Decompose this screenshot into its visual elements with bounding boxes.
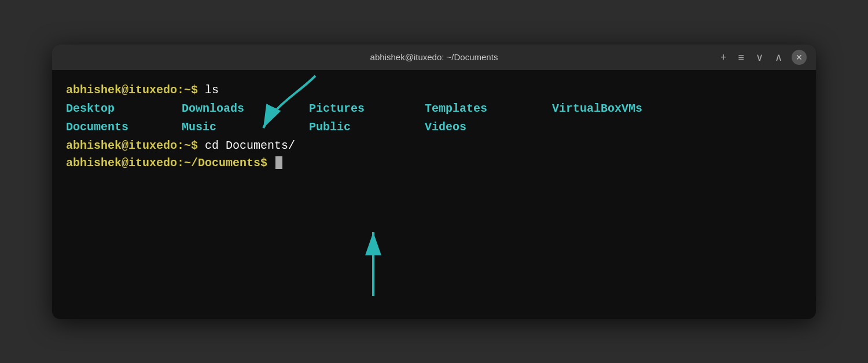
dir-public: Public <box>309 119 425 136</box>
scroll-down-button[interactable]: ∨ <box>753 51 766 64</box>
dir-desktop: Desktop <box>66 100 182 118</box>
titlebar: abhishek@ituxedo: ~/Documents + ≡ ∨ ∧ ✕ <box>52 45 816 70</box>
window-title: abhishek@ituxedo: ~/Documents <box>370 52 498 62</box>
terminal-line-4: abhishek@ituxedo:~/Documents$ <box>66 155 802 172</box>
prompt-3: abhishek@ituxedo:~$ <box>66 139 205 152</box>
prompt-1: abhishek@ituxedo:~$ <box>66 83 205 97</box>
prompt-4: abhishek@ituxedo:~/Documents$ <box>66 156 274 170</box>
titlebar-controls: + ≡ ∨ ∧ ✕ <box>718 50 807 65</box>
dir-empty <box>552 119 703 136</box>
dir-templates: Templates <box>425 100 552 118</box>
dir-music: Music <box>182 119 309 136</box>
dir-virtualboxvms: VirtualBoxVMs <box>552 100 703 118</box>
scroll-up-button[interactable]: ∧ <box>773 51 785 64</box>
dir-pictures: Pictures <box>309 100 425 118</box>
dir-downloads: Downloads <box>182 100 309 118</box>
terminal-body[interactable]: abhishek@ituxedo:~$ ls Desktop Downloads… <box>52 70 816 319</box>
new-tab-button[interactable]: + <box>718 51 729 64</box>
cursor <box>275 156 282 169</box>
dir-listing-row1: Desktop Downloads Pictures Templates Vir… <box>66 100 802 118</box>
terminal-line-3: abhishek@ituxedo:~$ cd Documents/ <box>66 137 802 155</box>
command-cd: cd Documents/ <box>205 139 295 152</box>
dir-listing-row2: Documents Music Public Videos <box>66 119 802 136</box>
menu-button[interactable]: ≡ <box>735 51 746 64</box>
close-button[interactable]: ✕ <box>792 50 807 65</box>
command-ls: ls <box>205 83 219 97</box>
dir-documents: Documents <box>66 119 182 136</box>
terminal-line-1: abhishek@ituxedo:~$ ls <box>66 82 802 99</box>
terminal-window: abhishek@ituxedo: ~/Documents + ≡ ∨ ∧ ✕ … <box>52 45 816 319</box>
dir-videos: Videos <box>425 119 552 136</box>
